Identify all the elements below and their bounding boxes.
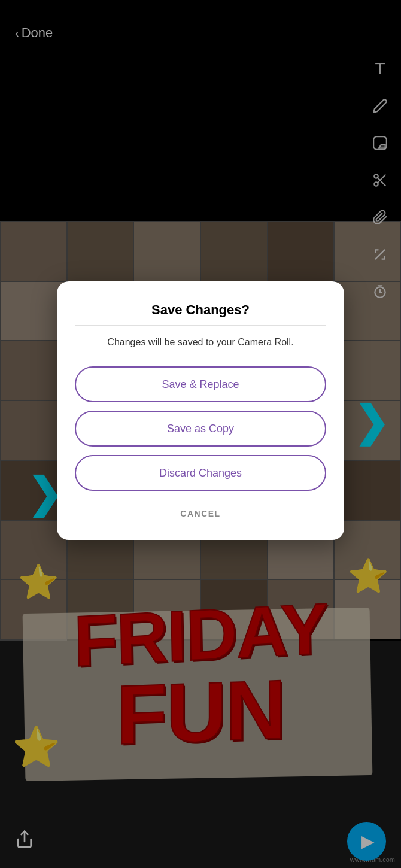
- save-copy-button[interactable]: Save as Copy: [75, 411, 326, 447]
- modal-divider: [75, 325, 326, 326]
- save-changes-modal: Save Changes? Changes will be saved to y…: [57, 281, 344, 540]
- modal-title: Save Changes?: [151, 302, 250, 318]
- modal-description: Changes will be saved to your Camera Rol…: [107, 335, 293, 350]
- save-replace-button[interactable]: Save & Replace: [75, 366, 326, 402]
- cancel-button[interactable]: CANCEL: [168, 504, 232, 523]
- discard-changes-button[interactable]: Discard Changes: [75, 455, 326, 491]
